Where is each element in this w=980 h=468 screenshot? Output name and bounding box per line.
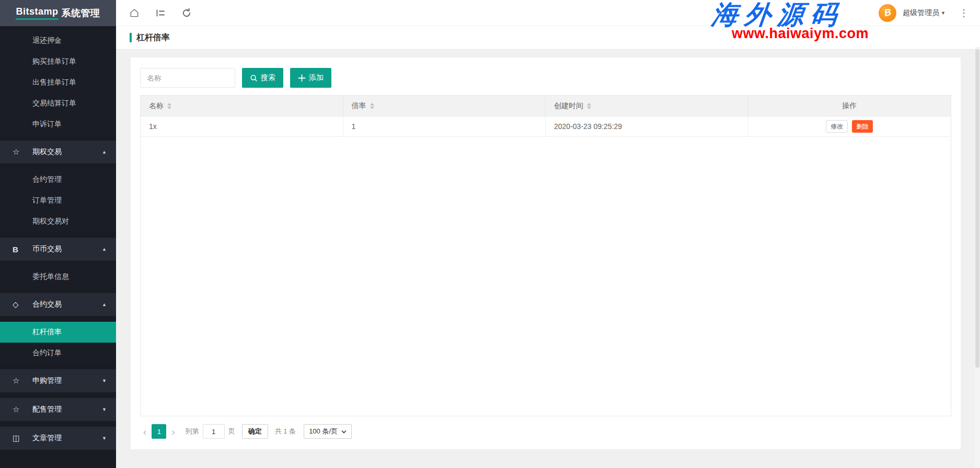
- current-page[interactable]: 1: [152, 424, 166, 439]
- sidebar-item-contract-orders[interactable]: 合约订单: [0, 343, 116, 364]
- sidebar-menu: 退还押金 购买挂单订单 出售挂单订单 交易结算订单 申诉订单 ☆ 期权交易 ▲ …: [0, 26, 116, 450]
- refresh-icon[interactable]: [181, 7, 192, 19]
- sidebar-item-order-management[interactable]: 订单管理: [0, 190, 116, 211]
- goto-prefix-label: 到第: [186, 427, 199, 436]
- toolbar: 搜索 添加: [131, 57, 961, 95]
- sidebar-section-spot-trading[interactable]: B 币币交易 ▲: [0, 238, 116, 261]
- search-icon: [250, 74, 258, 82]
- chevron-down-icon: [341, 430, 347, 434]
- cell-name: 1x: [141, 116, 343, 136]
- page-title: 杠杆倍率: [136, 32, 170, 43]
- star-icon: ☆: [13, 376, 32, 385]
- plus-icon: [298, 74, 306, 82]
- book-icon: ◫: [13, 434, 32, 443]
- app-logo: Bitstamp 系统管理: [0, 0, 116, 26]
- delete-button[interactable]: 删除: [852, 120, 873, 133]
- sidebar-item-leverage-rate[interactable]: 杠杆倍率: [0, 322, 116, 343]
- sidebar-item-trade-settlement-orders[interactable]: 交易结算订单: [0, 93, 116, 114]
- topbar: B 超级管理员 ▼ ⋮: [116, 0, 980, 26]
- chevron-down-icon: ▼: [102, 378, 107, 383]
- scrollbar-thumb[interactable]: [975, 49, 979, 368]
- sidebar-section-options-trading[interactable]: ☆ 期权交易 ▲: [0, 141, 116, 163]
- table-row: 1x 1 2020-03-23 09:25:29 修改 删除: [141, 116, 951, 137]
- sidebar-item-options-trading-pairs[interactable]: 期权交易对: [0, 211, 116, 232]
- search-button[interactable]: 搜索: [242, 68, 283, 88]
- sidebar-section-article-management[interactable]: ◫ 文章管理 ▼: [0, 427, 116, 450]
- cell-created: 2020-03-23 09:25:29: [546, 116, 748, 136]
- content-card: 搜索 添加 名称 倍率 创建时间: [131, 57, 961, 449]
- table-header: 名称 倍率 创建时间 操作: [141, 96, 951, 116]
- chevron-down-icon: ▼: [102, 436, 107, 441]
- content-area: 搜索 添加 名称 倍率 创建时间: [116, 50, 980, 468]
- brand-suffix: 系统管理: [62, 7, 100, 19]
- sort-icon[interactable]: [370, 103, 374, 109]
- more-menu-icon[interactable]: ⋮: [959, 8, 969, 18]
- sidebar-item-refund-deposit[interactable]: 退还押金: [0, 30, 116, 51]
- letter-b-icon: B: [13, 245, 32, 254]
- gem-icon: ◇: [13, 300, 32, 309]
- page-size-select[interactable]: 100 条/页: [304, 424, 352, 439]
- chevron-up-icon: ▲: [102, 149, 107, 155]
- confirm-button[interactable]: 确定: [242, 424, 268, 439]
- cell-actions: 修改 删除: [748, 116, 951, 136]
- sort-icon[interactable]: [587, 103, 591, 109]
- sidebar-section-allotment-management[interactable]: ☆ 配售管理 ▼: [0, 398, 116, 421]
- goto-suffix-label: 页: [228, 427, 235, 436]
- collapse-menu-icon[interactable]: [155, 7, 166, 19]
- column-header-rate[interactable]: 倍率: [343, 96, 546, 116]
- column-header-actions: 操作: [748, 96, 951, 116]
- sort-icon[interactable]: [167, 103, 171, 109]
- search-input[interactable]: [140, 68, 235, 88]
- add-button[interactable]: 添加: [290, 68, 331, 88]
- chevron-up-icon: ▲: [102, 302, 107, 307]
- sidebar-section-subscription-management[interactable]: ☆ 申购管理 ▼: [0, 369, 116, 392]
- sidebar-item-appeal-orders[interactable]: 申诉订单: [0, 114, 116, 135]
- chevron-down-icon: ▼: [941, 10, 946, 16]
- star-icon: ☆: [13, 405, 32, 414]
- next-page-icon[interactable]: ›: [168, 427, 178, 437]
- sidebar-item-delegate-order-info[interactable]: 委托单信息: [0, 266, 116, 287]
- cell-rate: 1: [343, 116, 546, 136]
- sidebar-item-sell-pending-orders[interactable]: 出售挂单订单: [0, 72, 116, 93]
- chevron-up-icon: ▲: [102, 247, 107, 252]
- user-name: 超级管理员: [903, 8, 939, 18]
- goto-page-input[interactable]: [203, 424, 225, 439]
- sidebar-item-buy-pending-orders[interactable]: 购买挂单订单: [0, 51, 116, 72]
- titlebar: 杠杆倍率: [116, 26, 980, 50]
- topbar-right: B 超级管理员 ▼ ⋮: [879, 4, 969, 22]
- avatar[interactable]: B: [879, 4, 896, 22]
- prev-page-icon[interactable]: ‹: [140, 427, 149, 437]
- sidebar-section-contract-trading[interactable]: ◇ 合约交易 ▲: [0, 293, 116, 316]
- edit-button[interactable]: 修改: [826, 120, 848, 133]
- sidebar: Bitstamp 系统管理 退还押金 购买挂单订单 出售挂单订单 交易结算订单 …: [0, 0, 116, 468]
- home-icon[interactable]: [129, 7, 140, 19]
- user-menu[interactable]: 超级管理员 ▼: [903, 8, 946, 18]
- column-header-name[interactable]: 名称: [141, 96, 343, 116]
- scrollbar[interactable]: [975, 47, 980, 468]
- chevron-down-icon: ▼: [102, 407, 107, 412]
- data-table: 名称 倍率 创建时间 操作 1x 1 2020-03-23 09:25:: [140, 95, 951, 416]
- total-count-label: 共 1 条: [275, 427, 296, 436]
- sidebar-item-contract-management[interactable]: 合约管理: [0, 169, 116, 190]
- brand-name: Bitstamp: [16, 6, 58, 20]
- title-accent-bar: [130, 33, 132, 42]
- column-header-created[interactable]: 创建时间: [546, 96, 748, 116]
- star-icon: ☆: [13, 147, 32, 157]
- pagination: ‹ 1 › 到第 页 确定 共 1 条 100 条/页: [131, 416, 961, 449]
